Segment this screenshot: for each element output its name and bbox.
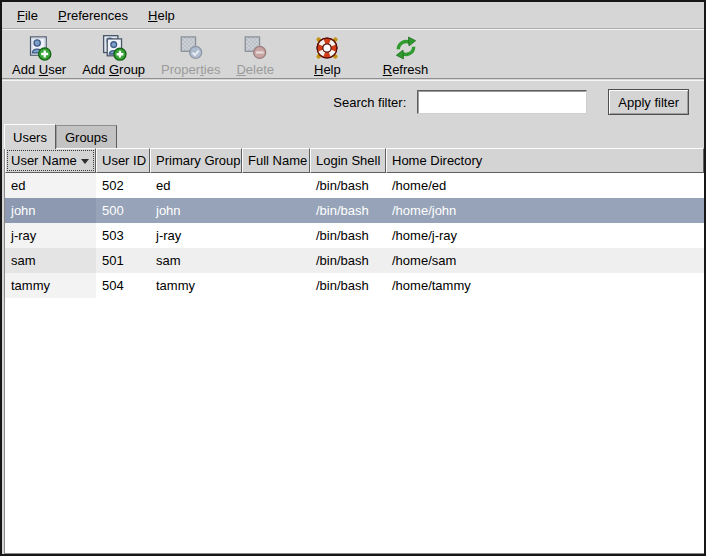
delete-button: Delete	[228, 32, 282, 79]
delete-icon	[242, 35, 268, 61]
delete-label: Delete	[236, 62, 274, 77]
add-group-icon	[101, 35, 127, 61]
tab-users[interactable]: Users	[4, 124, 56, 149]
column-header-login-shell[interactable]: Login Shell	[310, 148, 386, 173]
tab-bar: Users Groups	[4, 122, 117, 148]
menu-file[interactable]: File	[7, 4, 48, 27]
column-header-user-name[interactable]: User Name	[5, 148, 96, 173]
user-manager-window: File Preferences Help Add User	[0, 0, 706, 556]
add-group-button[interactable]: Add Group	[74, 32, 153, 79]
properties-label: Properties	[161, 62, 220, 77]
refresh-label: Refresh	[383, 62, 429, 77]
menu-preferences[interactable]: Preferences	[48, 4, 138, 27]
column-header-primary-group[interactable]: Primary Group	[150, 148, 242, 173]
menu-bar: File Preferences Help	[2, 2, 704, 29]
refresh-icon	[393, 35, 419, 61]
table-row-sam[interactable]: sam 501 sam /bin/bash /home/sam	[5, 248, 704, 273]
help-icon	[314, 35, 340, 61]
menu-help[interactable]: Help	[138, 4, 185, 27]
table-row-tammy[interactable]: tammy 504 tammy /bin/bash /home/tammy	[5, 273, 704, 298]
add-group-label: Add Group	[82, 62, 145, 77]
column-header-full-name[interactable]: Full Name	[242, 148, 310, 173]
add-user-label: Add User	[12, 62, 66, 77]
add-user-button[interactable]: Add User	[4, 32, 74, 79]
table-body: ed 502 ed /bin/bash /home/ed john 500 jo…	[5, 173, 704, 553]
add-user-icon	[26, 35, 52, 61]
filter-bar: Search filter: Apply filter	[2, 80, 704, 123]
column-header-home-directory[interactable]: Home Directory	[386, 148, 704, 173]
table-row-ed[interactable]: ed 502 ed /bin/bash /home/ed	[5, 173, 704, 198]
tab-groups[interactable]: Groups	[56, 125, 117, 148]
search-filter-input[interactable]	[417, 90, 587, 114]
help-button[interactable]: Help	[306, 32, 349, 79]
table-header-row: User Name User ID Primary Group Full Nam…	[5, 148, 704, 173]
search-filter-label: Search filter:	[333, 95, 406, 110]
table-row-john[interactable]: john 500 john /bin/bash /home/john	[5, 198, 704, 223]
toolbar: Add User Add Group	[2, 29, 704, 79]
properties-icon	[178, 35, 204, 61]
apply-filter-button[interactable]: Apply filter	[608, 89, 689, 115]
users-table: User Name User ID Primary Group Full Nam…	[4, 148, 705, 554]
help-label: Help	[314, 62, 341, 77]
sort-arrow-down-icon	[81, 159, 89, 164]
refresh-button[interactable]: Refresh	[375, 32, 437, 79]
table-row-j-ray[interactable]: j-ray 503 j-ray /bin/bash /home/j-ray	[5, 223, 704, 248]
properties-button: Properties	[153, 32, 228, 79]
column-header-user-id[interactable]: User ID	[96, 148, 150, 173]
